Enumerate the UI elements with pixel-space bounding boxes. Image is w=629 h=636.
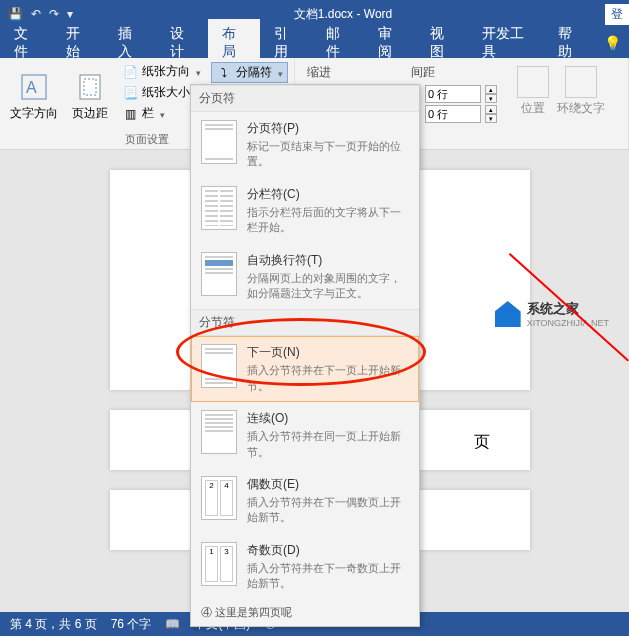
watermark: 系统之家 XITONGZHIJIA.NET — [495, 300, 609, 328]
position-button[interactable]: 位置 — [517, 66, 549, 143]
text-wrap-icon — [201, 252, 237, 296]
size-icon: 📃 — [122, 85, 138, 101]
spacing-before-input[interactable] — [425, 85, 481, 103]
menu-item-page-break[interactable]: 分页符(P)标记一页结束与下一页开始的位置。 — [191, 112, 419, 178]
spacing-after-input[interactable] — [425, 105, 481, 123]
ribbon-tabs: 文件 开始 插入 设计 布局 引用 邮件 审阅 视图 开发工具 帮助 💡 — [0, 28, 629, 58]
text-direction-label: 文字方向 — [10, 105, 58, 122]
even-page-icon: 24 — [201, 476, 237, 520]
menu-item-odd-page[interactable]: 13 奇数页(D)插入分节符并在下一奇数页上开始新节。 — [191, 534, 419, 600]
menu-item-text-wrapping[interactable]: 自动换行符(T)分隔网页上的对象周围的文字，如分隔题注文字与正文。 — [191, 244, 419, 310]
svg-text:A: A — [26, 79, 37, 96]
breaks-button[interactable]: ⤵ 分隔符 — [211, 62, 288, 83]
menu-item-continuous[interactable]: 连续(O)插入分节符并在同一页上开始新节。 — [191, 402, 419, 468]
continuous-icon — [201, 410, 237, 454]
wrap-icon — [565, 66, 597, 98]
spellcheck-icon[interactable]: 📖 — [165, 617, 180, 631]
login-button[interactable]: 登 — [605, 4, 629, 25]
tell-me-icon[interactable]: 💡 — [604, 35, 621, 51]
margins-button[interactable]: 页边距 — [68, 62, 112, 130]
menu-item-column-break[interactable]: 分栏符(C)指示分栏符后面的文字将从下一栏开始。 — [191, 178, 419, 244]
save-icon[interactable]: 💾 — [8, 7, 23, 21]
margins-label: 页边距 — [72, 105, 108, 122]
quick-access-toolbar: 💾 ↶ ↷ ▾ — [0, 7, 81, 21]
orientation-icon: 📄 — [122, 64, 138, 80]
odd-page-icon: 13 — [201, 542, 237, 586]
column-break-icon — [201, 186, 237, 230]
menu-item-even-page[interactable]: 24 偶数页(E)插入分节符并在下一偶数页上开始新节。 — [191, 468, 419, 534]
watermark-icon — [495, 301, 521, 327]
page-break-icon — [201, 120, 237, 164]
breaks-icon: ⤵ — [216, 65, 232, 81]
qat-more-icon[interactable]: ▾ — [67, 7, 73, 21]
dropdown-footer-note: ④ 这里是第四页呢 — [191, 599, 419, 626]
watermark-sub: XITONGZHIJIA.NET — [527, 318, 609, 328]
spacing-title: 间距 — [411, 64, 497, 81]
redo-icon[interactable]: ↷ — [49, 7, 59, 21]
page-text: 页 — [474, 432, 490, 453]
wrap-text-button[interactable]: 环绕文字 — [557, 66, 605, 143]
section-header-page-breaks: 分页符 — [191, 85, 419, 112]
breaks-dropdown: 分页符 分页符(P)标记一页结束与下一页开始的位置。 分栏符(C)指示分栏符后面… — [190, 84, 420, 627]
orientation-button[interactable]: 📄 纸张方向 — [118, 62, 205, 81]
status-word-count[interactable]: 76 个字 — [111, 616, 152, 633]
section-header-section-breaks: 分节符 — [191, 309, 419, 336]
menu-item-next-page[interactable]: 下一页(N)插入分节符并在下一页上开始新节。 — [191, 336, 419, 402]
status-page-info[interactable]: 第 4 页，共 6 页 — [10, 616, 97, 633]
indent-title: 缩进 — [307, 64, 393, 81]
columns-icon: ▥ — [122, 106, 138, 122]
next-page-icon — [201, 344, 237, 388]
position-icon — [517, 66, 549, 98]
text-direction-button[interactable]: A 文字方向 — [6, 62, 62, 130]
undo-icon[interactable]: ↶ — [31, 7, 41, 21]
